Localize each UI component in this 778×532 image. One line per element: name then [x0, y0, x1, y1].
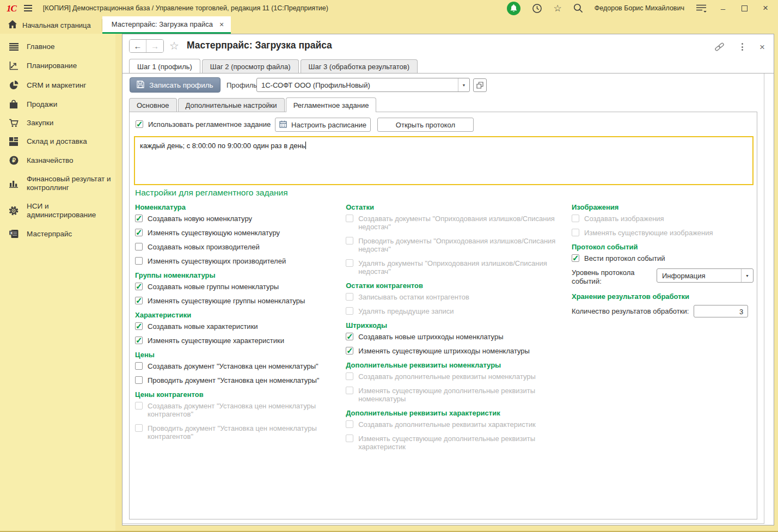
- checkbox: [346, 372, 353, 380]
- select-dropdown-icon[interactable]: ▼: [741, 269, 753, 282]
- window-title: [КОПИЯ] Демонстрационная база / Управлен…: [43, 4, 328, 12]
- checkbox-row: Записывать остатки контрагентов: [346, 293, 572, 301]
- checkbox[interactable]: [135, 243, 143, 250]
- checkbox[interactable]: ✓: [135, 215, 143, 222]
- sidebar-item-masterprice[interactable]: xМастерпрайс: [0, 224, 115, 243]
- tab-close-icon[interactable]: ×: [219, 21, 224, 28]
- results-count-input[interactable]: 3: [694, 305, 748, 317]
- forward-button[interactable]: →: [146, 40, 163, 52]
- profile-choose-button[interactable]: [473, 78, 487, 92]
- checkbox-label: Создавать дополнительные реквизиты харак…: [358, 420, 535, 429]
- schedule-textarea[interactable]: каждый день; с 8:00:00 по 9:00:00 один р…: [134, 136, 754, 185]
- combo-dropdown-icon[interactable]: ▼: [458, 78, 469, 91]
- use-scheduled-job-checkbox[interactable]: ✓: [136, 120, 143, 128]
- sidebar: ГлавноеПланированиеCRM и маркетингПродаж…: [0, 34, 115, 532]
- subtab-scheduled-job[interactable]: Регламентное задание: [286, 97, 377, 112]
- crm-icon: [8, 81, 19, 90]
- checkbox[interactable]: [135, 257, 143, 265]
- tab-masterprice[interactable]: Мастерпрайс: Загрузка прайса ×: [102, 16, 231, 34]
- sidebar-item-administration[interactable]: НСИ и администрирование: [0, 197, 115, 224]
- history-icon[interactable]: [532, 3, 542, 14]
- sidebar-item-purchases[interactable]: Закупки: [0, 114, 115, 132]
- sidebar-item-finance[interactable]: Финансовый результат и контроллинг: [0, 170, 115, 197]
- checkbox-label: Создавать дополнительные реквизиты номен…: [358, 372, 536, 381]
- close-button[interactable]: ×: [761, 3, 770, 14]
- configure-schedule-button[interactable]: Настроить расписание: [275, 118, 371, 132]
- checkbox: [135, 424, 143, 432]
- favorites-icon[interactable]: ☆: [554, 3, 562, 14]
- configure-schedule-label: Настроить расписание: [291, 121, 366, 129]
- checkbox: [346, 420, 353, 428]
- back-button[interactable]: ←: [130, 40, 146, 52]
- tab-home[interactable]: Начальная страница: [0, 16, 102, 34]
- svg-text:₽: ₽: [12, 157, 16, 163]
- tab-step-2[interactable]: Шаг 2 (просмотр файла): [202, 59, 299, 73]
- sidebar-item-warehouse[interactable]: Склад и доставка: [0, 132, 115, 151]
- tab-home-label: Начальная страница: [22, 21, 91, 29]
- sidebar-item-menu[interactable]: Главное: [0, 38, 115, 56]
- checkbox[interactable]: ✓: [135, 322, 143, 330]
- sidebar-item-sales[interactable]: Продажи: [0, 95, 115, 114]
- checkbox-row: Изменять существующие изображения: [572, 229, 754, 237]
- settings-group-title: Хранение результатов обработки: [572, 292, 754, 301]
- app-tabbar: Начальная страница Мастерпрайс: Загрузка…: [0, 16, 778, 34]
- form-close-icon[interactable]: ×: [759, 42, 765, 52]
- checkbox-label: Создавать новые группы номенклатуры: [148, 283, 279, 291]
- checkbox-label: Создавать изображения: [584, 215, 664, 223]
- checkbox-label: Создавать новых производителей: [148, 243, 260, 251]
- more-actions-icon[interactable]: [740, 43, 745, 51]
- checkbox[interactable]: ✓: [135, 283, 143, 290]
- subtab-main[interactable]: Основное: [129, 98, 177, 112]
- notifications-icon[interactable]: [507, 2, 520, 15]
- tab-step-1[interactable]: Шаг 1 (профиль): [129, 59, 200, 74]
- checkbox-row: ✓Изменять существующие характеристики: [135, 337, 346, 345]
- schedule-text: каждый день; с 8:00:00 по 9:00:00 один р…: [140, 142, 305, 150]
- sidebar-item-planning[interactable]: Планирование: [0, 56, 115, 76]
- checkbox[interactable]: ✓: [572, 254, 579, 262]
- checkbox-row: Изменять существующие дополнительные рек…: [346, 387, 572, 403]
- checkbox[interactable]: ✓: [135, 337, 143, 344]
- checkbox: [572, 215, 579, 222]
- checkbox-row: Удалять документы "Оприходования излишко…: [346, 259, 572, 276]
- checkbox-row: Создавать дополнительные реквизиты харак…: [346, 420, 572, 429]
- open-protocol-button[interactable]: Открыть протокол: [377, 118, 474, 132]
- link-icon[interactable]: [714, 41, 725, 52]
- protocol-level-select[interactable]: Информация▼: [657, 268, 754, 283]
- profile-combobox[interactable]: 1С-СОФТ ООО (ПрофильНовый) ▼: [256, 78, 470, 92]
- user-name[interactable]: Федоров Борис Михайлович: [595, 4, 684, 12]
- checkbox-label: Записывать остатки контрагентов: [358, 293, 469, 301]
- calendar-icon: [279, 120, 287, 130]
- step-tabs-baseline: [122, 73, 774, 74]
- checkbox[interactable]: [135, 376, 143, 384]
- subtab-additional[interactable]: Дополнительные настройки: [178, 98, 285, 112]
- checkbox[interactable]: [135, 362, 143, 370]
- checkbox-row: Создавать новых производителей: [135, 243, 346, 251]
- main-menu-icon[interactable]: [24, 5, 32, 11]
- checkbox-label: Изменять существующих производителей: [148, 257, 286, 265]
- checkbox[interactable]: ✓: [135, 297, 143, 304]
- tab-step-3[interactable]: Шаг 3 (обработка результатов): [301, 59, 418, 73]
- nav-buttons: ← →: [129, 39, 164, 53]
- checkbox-label: Создавать новую номенклатуру: [148, 215, 252, 223]
- favorite-star-icon[interactable]: ☆: [169, 39, 179, 52]
- sidebar-item-treasury[interactable]: ₽Казначейство: [0, 151, 115, 170]
- scheduled-job-page: ✓ Использовать регламентное задание Наст…: [129, 112, 757, 519]
- svg-text:x: x: [10, 231, 13, 235]
- search-icon[interactable]: [573, 3, 583, 13]
- service-menu-icon[interactable]: [696, 4, 707, 13]
- checkbox[interactable]: ✓: [135, 229, 143, 236]
- sidebar-item-label: Продажи: [27, 100, 57, 109]
- checkbox[interactable]: ✓: [346, 347, 353, 354]
- checkbox-label: Создавать документ "Установка цен номенк…: [148, 362, 318, 370]
- sidebar-item-label: Планирование: [27, 62, 77, 70]
- checkbox-row: Изменять существующие дополнительные рек…: [346, 435, 572, 451]
- checkbox: [346, 293, 353, 301]
- minimize-button[interactable]: –: [718, 4, 728, 13]
- save-profile-button[interactable]: Записать профиль: [130, 77, 220, 93]
- settings-group-title: Характеристики: [135, 311, 346, 319]
- checkbox[interactable]: ✓: [346, 333, 353, 340]
- step-tabs: Шаг 1 (профиль) Шаг 2 (просмотр файла) Ш…: [129, 59, 419, 74]
- sidebar-item-crm[interactable]: CRM и маркетинг: [0, 76, 115, 95]
- checkbox-label: Изменять существующие группы номенклатур…: [148, 297, 305, 305]
- maximize-button[interactable]: [739, 4, 749, 13]
